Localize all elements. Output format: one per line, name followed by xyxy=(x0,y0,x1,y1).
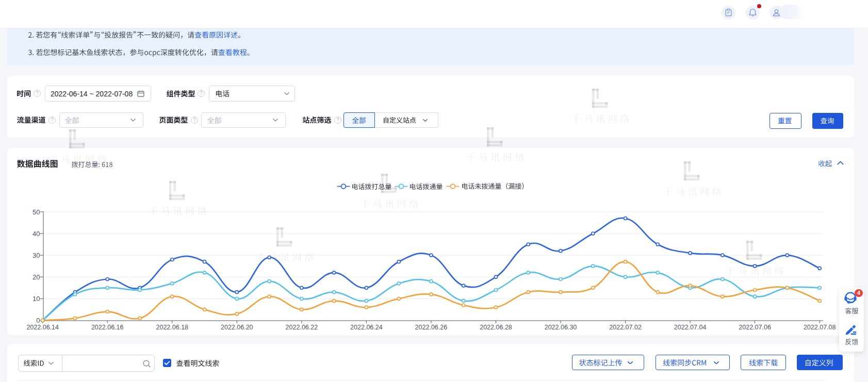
svg-text:50: 50 xyxy=(32,208,40,216)
svg-text:40: 40 xyxy=(32,230,40,238)
svg-text:30: 30 xyxy=(32,252,40,259)
svg-text:2022.07.04: 2022.07.04 xyxy=(674,324,707,331)
svg-text:20: 20 xyxy=(32,273,40,281)
svg-text:2022.06.20: 2022.06.20 xyxy=(221,324,253,331)
svg-text:2022.06.22: 2022.06.22 xyxy=(286,324,318,331)
svg-text:2022.06.24: 2022.06.24 xyxy=(350,324,383,331)
svg-text:10: 10 xyxy=(32,295,40,303)
svg-text:2022.07.02: 2022.07.02 xyxy=(609,324,642,331)
svg-text:2022.06.26: 2022.06.26 xyxy=(415,324,448,331)
svg-text:2022.06.16: 2022.06.16 xyxy=(91,324,124,331)
svg-text:2022.06.28: 2022.06.28 xyxy=(480,324,512,331)
svg-text:2022.06.14: 2022.06.14 xyxy=(26,324,59,331)
svg-text:2022.06.30: 2022.06.30 xyxy=(545,324,577,331)
svg-text:2022.07.08: 2022.07.08 xyxy=(804,324,836,331)
svg-text:2022.06.18: 2022.06.18 xyxy=(156,324,189,331)
svg-text:2022.07.06: 2022.07.06 xyxy=(739,324,771,331)
